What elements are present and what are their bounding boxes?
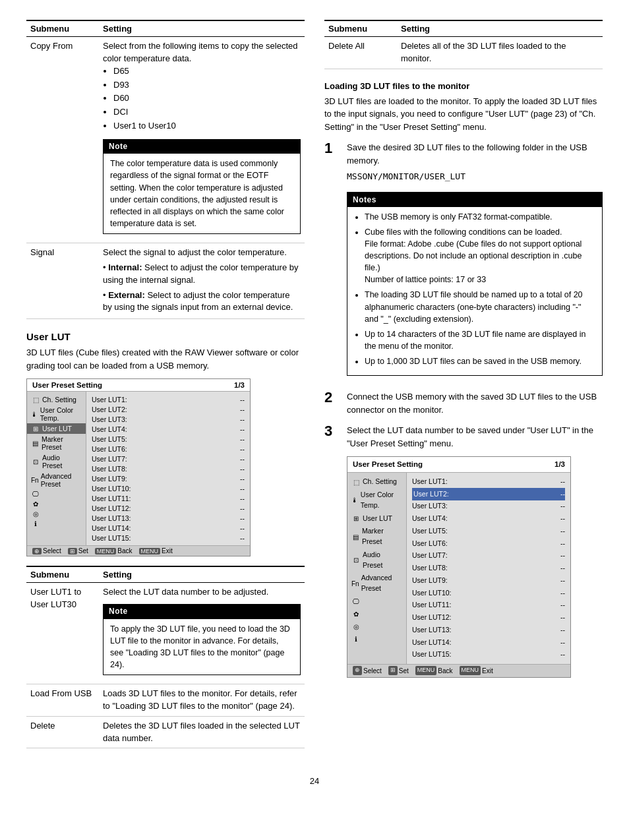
sidebar-label: Advanced Preset (361, 573, 402, 594)
ui-page-indicator: 1/3 (234, 381, 245, 389)
sidebar-item-icon3-2: ◎ (347, 620, 406, 633)
notes-content: The USB memory is only FAT32 format-comp… (347, 207, 602, 376)
marker-icon: ▤ (31, 440, 40, 447)
advanced-icon-2: Fn (351, 579, 359, 589)
sidebar-item-marker-preset: ▤Marker Preset (27, 434, 86, 452)
ui-row: User LUT5:-- (412, 525, 565, 537)
ui-row: User LUT7:-- (412, 550, 565, 562)
ui-row: User LUT4:-- (92, 424, 245, 434)
ui-row: User LUT11:-- (412, 599, 565, 612)
color-temp-icon-2: 🌡 (351, 495, 359, 505)
ui-main-2: User LUT1:-- User LUT2:-- User LUT3:-- U… (407, 473, 570, 663)
sidebar-item-color-temp: 🌡User Color Temp. (27, 405, 86, 423)
ui-row: User LUT10:-- (92, 483, 245, 493)
sidebar-item-user-lut-2: ⊞User LUT (347, 512, 406, 525)
footer-exit-2: MENU Exit (460, 666, 493, 676)
table-row: User LUT1 to User LUT30 Select the LUT d… (26, 583, 305, 684)
submenu-cell: Copy From (26, 37, 99, 243)
submenu-cell: Delete (26, 716, 99, 748)
user-lut-section: User LUT 3D LUT files (Cube files) creat… (26, 331, 305, 556)
list-item: • External: Select to adjust the color t… (103, 289, 301, 315)
sidebar-item-ch-setting-2: ⬚Ch. Setting (347, 475, 406, 489)
sidebar-item-color-temp-2: 🌡User Color Temp. (347, 489, 406, 512)
color-temp-icon: 🌡 (31, 411, 38, 418)
list-item: • Internal: Select to adjust the color t… (103, 262, 301, 287)
note-box: Note To apply the 3D LUT file, you need … (103, 604, 301, 675)
step-1: 1 Save the desired 3D LUT files to the f… (324, 141, 603, 382)
setting-bullets: D65 D93 D60 DCI User1 to User10 (113, 65, 301, 133)
sidebar-label: Marker Preset (42, 435, 82, 451)
sidebar-label: User LUT (363, 514, 392, 524)
sidebar-label: Advanced Preset (41, 472, 82, 488)
table-delete-all: Submenu Setting Delete All Deletes all o… (324, 20, 603, 69)
circle-icon: ◎ (31, 510, 40, 518)
submenu-cell: Signal (26, 243, 99, 319)
ui-row: User LUT10:-- (412, 587, 565, 599)
ui-row: User LUT11:-- (92, 493, 245, 503)
ui-row: User LUT5:-- (92, 434, 245, 444)
footer-back: MENU Back (95, 547, 133, 555)
footer-select-2: ⊕ Select (353, 666, 382, 676)
note-item: Cube files with the following conditions… (365, 226, 595, 286)
ui-row: User LUT1:-- (92, 394, 245, 404)
user-lut-description: 3D LUT files (Cube files) created with t… (26, 346, 305, 372)
advanced-icon: Fn (31, 477, 39, 484)
col-submenu-header: Submenu (324, 20, 397, 37)
sidebar-label: Audio Preset (363, 550, 402, 571)
table-row: Delete Deletes the 3D LUT files loaded i… (26, 716, 305, 748)
setting-text: Select the LUT data number to be adjuste… (103, 587, 268, 597)
col-submenu-header: Submenu (26, 566, 99, 583)
sidebar-label: User LUT (42, 425, 72, 433)
note-content: To apply the 3D LUT file, you need to lo… (104, 619, 300, 675)
col-submenu-header: Submenu (26, 20, 99, 37)
notes-title: Notes (347, 193, 602, 207)
ui-row: User LUT8:-- (92, 464, 245, 473)
setting-cell: Loads 3D LUT files to the monitor. For d… (99, 684, 305, 717)
user-lut-heading: User LUT (26, 331, 305, 342)
ui-row: User LUT14:-- (412, 636, 565, 649)
ui-row: User LUT12:-- (92, 503, 245, 513)
ch-setting-icon: ⬚ (31, 396, 40, 404)
step-content: Connect the USB memory with the saved 3D… (347, 390, 603, 416)
right-column: Submenu Setting Delete All Deletes all o… (324, 20, 603, 760)
list-item: User1 to User10 (113, 120, 301, 133)
ui-title-bar: User Preset Setting 1/3 (27, 379, 250, 392)
setting-cell: Select from the following items to copy … (99, 37, 305, 243)
sidebar-item-icon4: ℹ (27, 519, 86, 529)
setting-text: Select the signal to adjust the color te… (103, 247, 287, 257)
setting-cell: Select the LUT data number to be adjuste… (99, 583, 305, 684)
loading-section: Loading 3D LUT files to the monitor 3D L… (324, 81, 603, 687)
ui-title-2: User Preset Setting (353, 459, 423, 470)
note-item: Up to 14 characters of the 3D LUT file n… (365, 328, 595, 352)
list-item: D65 (113, 65, 301, 78)
notes-box: Notes The USB memory is only FAT32 forma… (347, 192, 603, 376)
ui-row: User LUT3:-- (92, 414, 245, 424)
col-setting-header: Setting (99, 20, 305, 37)
sidebar-item-icon4-2: ℹ (347, 633, 406, 645)
ui-row: User LUT13:-- (412, 624, 565, 636)
note-box: Note The color temperature data is used … (103, 139, 301, 234)
note-item: The loading 3D LUT file should be named … (365, 289, 595, 324)
sidebar-label: Marker Preset (362, 526, 402, 547)
sidebar-item-marker-2: ▤Marker Preset (347, 525, 406, 549)
sidebar-label: User Color Temp. (361, 490, 402, 511)
sidebar-item-advanced-2: FnAdvanced Preset (347, 572, 406, 595)
step-3: 3 Select the LUT data number to be saved… (324, 424, 603, 687)
marker-icon-2: ▤ (351, 532, 360, 542)
ui-row: User LUT7:-- (92, 454, 245, 464)
ui-row: User LUT3:-- (412, 500, 565, 513)
table-user-lut: Submenu Setting User LUT1 to User LUT30 … (26, 566, 305, 748)
ui-row: User LUT14:-- (92, 523, 245, 533)
audio-icon: ⊡ (31, 458, 40, 465)
sidebar-item-ch-setting: ⬚Ch. Setting (27, 394, 86, 405)
ui-body: ⬚Ch. Setting 🌡User Color Temp. ⊞User LUT… (27, 392, 250, 545)
sidebar-label: Ch. Setting (363, 477, 397, 487)
ui-row: User LUT12:-- (412, 612, 565, 624)
sidebar-item-icon1: 🖵 (27, 489, 86, 499)
ui-page-indicator-2: 1/3 (554, 459, 565, 470)
list-item: DCI (113, 106, 301, 119)
ui-title: User Preset Setting (32, 381, 102, 389)
sidebar-item-icon2: ✿ (27, 499, 86, 509)
circle-icon-2: ◎ (351, 622, 361, 632)
step-content: Select the LUT data number to be saved u… (347, 424, 603, 687)
